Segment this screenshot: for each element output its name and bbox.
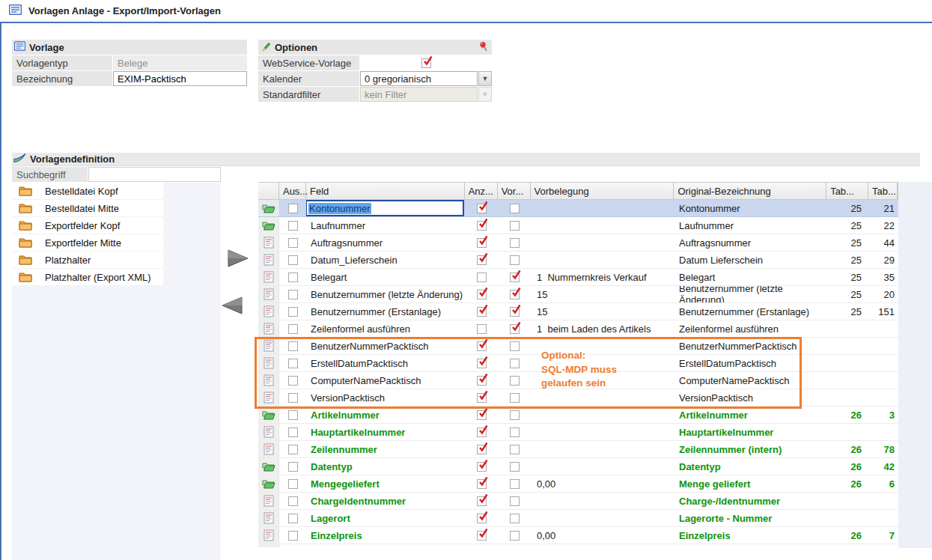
- vor-checkbox-unchecked[interactable]: [510, 204, 520, 213]
- aus-checkbox-unchecked[interactable]: [288, 479, 298, 489]
- table-row[interactable]: Benutzernummer (Erstanlage)15Benutzernum…: [258, 303, 898, 320]
- table-row[interactable]: ZeilennummerZeilennummer (intern)2678: [258, 441, 898, 458]
- vor-checkbox-unchecked[interactable]: [510, 255, 520, 265]
- column-header-tab[interactable]: Tab...: [868, 183, 898, 199]
- anz-checkbox-checked[interactable]: [477, 393, 487, 403]
- anz-checkbox-checked[interactable]: [477, 376, 487, 386]
- aus-checkbox-unchecked[interactable]: [288, 410, 298, 420]
- table-row[interactable]: DatentypDatentyp2642: [258, 458, 898, 475]
- aus-checkbox-unchecked[interactable]: [288, 204, 298, 213]
- table-row[interactable]: LaufnummerLaufnummer2522: [258, 217, 898, 234]
- webservice-checkbox[interactable]: [421, 58, 431, 68]
- anz-checkbox-checked[interactable]: [477, 359, 487, 368]
- aus-checkbox-unchecked[interactable]: [288, 393, 298, 403]
- vor-checkbox-unchecked[interactable]: [510, 427, 520, 437]
- aus-checkbox-unchecked[interactable]: [288, 496, 298, 506]
- aus-checkbox-unchecked[interactable]: [288, 255, 298, 265]
- column-header-aus[interactable]: Aus...: [279, 183, 306, 199]
- column-header-vor[interactable]: Vor...: [498, 183, 531, 199]
- anz-checkbox-unchecked[interactable]: [477, 273, 487, 282]
- aus-checkbox-unchecked[interactable]: [288, 238, 298, 248]
- vor-checkbox-unchecked[interactable]: [510, 376, 520, 386]
- table-row[interactable]: Mengegeliefert0,00Menge geliefert266: [258, 475, 898, 493]
- anz-checkbox-checked[interactable]: [477, 255, 487, 265]
- aus-checkbox-unchecked[interactable]: [288, 376, 298, 386]
- table-row[interactable]: Benutzernummer (letzte Änderung)15Benutz…: [258, 286, 898, 303]
- aus-checkbox-unchecked[interactable]: [288, 531, 298, 541]
- vor-checkbox-unchecked[interactable]: [510, 514, 520, 523]
- anz-checkbox-checked[interactable]: [477, 221, 487, 231]
- anz-checkbox-checked[interactable]: [477, 496, 487, 506]
- vor-checkbox-checked[interactable]: [510, 290, 520, 299]
- vor-checkbox-unchecked[interactable]: [510, 359, 520, 368]
- column-header-feld[interactable]: Feld: [306, 183, 465, 199]
- vor-checkbox-unchecked[interactable]: [510, 393, 520, 403]
- folder-list-item[interactable]: Bestelldatei Kopf: [12, 183, 163, 200]
- table-row[interactable]: BenutzerNummerPacktischBenutzerNummerPac…: [258, 338, 898, 355]
- move-left-button[interactable]: [221, 296, 244, 315]
- pin-icon[interactable]: [479, 41, 488, 54]
- vor-checkbox-unchecked[interactable]: [510, 479, 520, 489]
- vor-checkbox-unchecked[interactable]: [510, 341, 520, 351]
- aus-checkbox-unchecked[interactable]: [288, 221, 298, 231]
- table-row[interactable]: Zeilenformel ausführen1 beim Laden des A…: [258, 320, 898, 338]
- table-row[interactable]: ComputerNamePacktischComputerNamePacktis…: [258, 372, 898, 389]
- aus-checkbox-unchecked[interactable]: [288, 324, 298, 334]
- vor-checkbox-unchecked[interactable]: [510, 496, 520, 506]
- anz-checkbox-checked[interactable]: [477, 307, 487, 317]
- folder-list-item[interactable]: Exportfelder Kopf: [12, 217, 163, 234]
- search-input[interactable]: [88, 167, 221, 182]
- vor-checkbox-unchecked[interactable]: [510, 238, 520, 248]
- vor-checkbox-unchecked[interactable]: [510, 531, 520, 541]
- table-row[interactable]: HauptartikelnummerHauptartikelnummer: [258, 424, 898, 441]
- anz-checkbox-checked[interactable]: [477, 427, 487, 437]
- table-row[interactable]: ChargeIdentnummerCharge-/Identnummer: [258, 493, 898, 510]
- folder-list-item[interactable]: Bestelldatei Mitte: [12, 200, 163, 217]
- bezeichnung-input[interactable]: [113, 71, 247, 86]
- anz-checkbox-checked[interactable]: [477, 410, 487, 420]
- vor-checkbox-checked[interactable]: [510, 273, 520, 282]
- table-row[interactable]: KontonummerKontonummer2521: [258, 200, 898, 217]
- kalender-dropdown-button[interactable]: ▼: [478, 71, 492, 86]
- table-row[interactable]: VersionPacktischVersionPacktisch: [258, 389, 898, 407]
- aus-checkbox-unchecked[interactable]: [288, 514, 298, 523]
- anz-checkbox-checked[interactable]: [477, 238, 487, 248]
- aus-checkbox-unchecked[interactable]: [288, 273, 298, 282]
- anz-checkbox-checked[interactable]: [477, 290, 487, 299]
- folder-list-item[interactable]: Exportfelder Mitte: [12, 234, 163, 252]
- anz-checkbox-checked[interactable]: [477, 531, 487, 541]
- table-row[interactable]: LagerortLagerorte - Nummer: [258, 510, 898, 527]
- field-edit-input[interactable]: Kontonummer: [306, 200, 464, 216]
- table-row[interactable]: ErstellDatumPacktischErstellDatumPacktis…: [258, 355, 898, 372]
- column-header-tab[interactable]: Tab...: [826, 183, 868, 199]
- column-header-original-bezeichnung[interactable]: Original-Bezeichnung: [674, 183, 826, 199]
- vor-checkbox-unchecked[interactable]: [510, 462, 520, 472]
- table-row[interactable]: AuftragsnummerAuftragsnummer2544: [258, 234, 898, 252]
- aus-checkbox-unchecked[interactable]: [288, 462, 298, 472]
- folder-list-item[interactable]: Platzhalter (Export XML): [12, 269, 163, 286]
- anz-checkbox-checked[interactable]: [477, 462, 487, 472]
- folder-list-item[interactable]: Platzhalter: [12, 252, 163, 269]
- aus-checkbox-unchecked[interactable]: [288, 341, 298, 351]
- column-header-anz[interactable]: Anz...: [465, 183, 498, 199]
- table-row[interactable]: Belegart1 Nummernkreis VerkaufBelegart25…: [258, 269, 898, 286]
- anz-checkbox-unchecked[interactable]: [477, 324, 487, 334]
- anz-checkbox-checked[interactable]: [477, 514, 487, 523]
- column-header-icon[interactable]: [258, 183, 279, 199]
- vor-checkbox-checked[interactable]: [510, 307, 520, 317]
- vor-checkbox-unchecked[interactable]: [510, 221, 520, 231]
- table-row[interactable]: Einzelpreis0,00Einzelpreis267: [258, 527, 898, 544]
- anz-checkbox-checked[interactable]: [477, 445, 487, 454]
- aus-checkbox-unchecked[interactable]: [288, 445, 298, 454]
- anz-checkbox-checked[interactable]: [477, 341, 487, 351]
- aus-checkbox-unchecked[interactable]: [288, 359, 298, 368]
- vor-checkbox-unchecked[interactable]: [510, 445, 520, 454]
- anz-checkbox-checked[interactable]: [477, 204, 487, 213]
- kalender-value[interactable]: 0 gregorianisch: [360, 71, 478, 86]
- vor-checkbox-checked[interactable]: [510, 324, 520, 334]
- column-header-vorbelegung[interactable]: Vorbelegung: [531, 183, 674, 199]
- anz-checkbox-checked[interactable]: [477, 479, 487, 489]
- aus-checkbox-unchecked[interactable]: [288, 427, 298, 437]
- move-right-button[interactable]: [226, 249, 249, 268]
- aus-checkbox-unchecked[interactable]: [288, 290, 298, 299]
